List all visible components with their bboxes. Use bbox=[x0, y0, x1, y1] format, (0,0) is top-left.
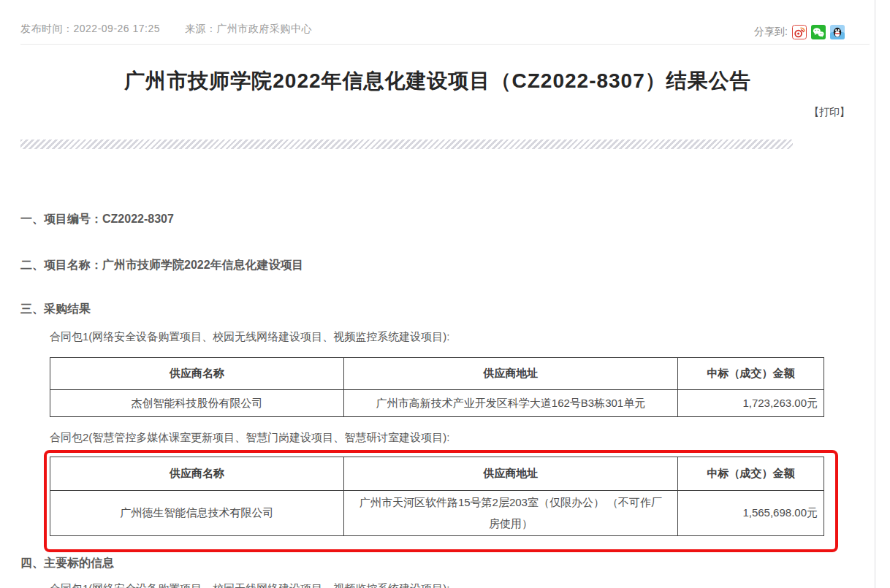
package1-label: 合同包1(网络安全设备购置项目、校园无线网络建设项目、视频监控系统建设项目): bbox=[50, 330, 450, 344]
section-project-number: 一、项目编号：CZ2022-8307 bbox=[20, 212, 174, 227]
table-row: 广州德生智能信息技术有限公司 广州市天河区软件路15号第2层203室（仅限办公）… bbox=[50, 491, 824, 536]
source-label: 来源： bbox=[185, 23, 217, 34]
package2-result-table: 供应商名称 供应商地址 中标（成交）金额 广州德生智能信息技术有限公司 广州市天… bbox=[50, 457, 824, 536]
weibo-share-icon[interactable] bbox=[792, 25, 807, 39]
supplier-name-cell: 广州德生智能信息技术有限公司 bbox=[50, 491, 344, 536]
print-button[interactable]: 【打印】 bbox=[809, 106, 850, 119]
col-header-award-amount: 中标（成交）金额 bbox=[678, 358, 824, 390]
announcement-page: 发布时间：2022-09-26 17:25来源：广州市政府采购中心 分享到: bbox=[0, 0, 890, 588]
table-row: 杰创智能科技股份有限公司 广州市高新技术产业开发区科学大道162号B3栋301单… bbox=[50, 390, 824, 417]
clipped-package1-label: 合同包1(网络安全设备购置项目、校园无线网络建设项目、视频监控系统建设项目): bbox=[50, 582, 450, 588]
col-header-supplier-name: 供应商名称 bbox=[50, 457, 344, 491]
table-header-row: 供应商名称 供应商地址 中标（成交）金额 bbox=[50, 358, 824, 390]
supplier-address-cell: 广州市高新技术产业开发区科学大道162号B3栋301单元 bbox=[344, 390, 678, 417]
supplier-name-cell: 杰创智能科技股份有限公司 bbox=[50, 390, 344, 417]
hatched-divider bbox=[20, 140, 793, 149]
source-value: 广州市政府采购中心 bbox=[217, 23, 313, 34]
award-amount-cell: 1,723,263.00元 bbox=[678, 390, 824, 417]
publish-time-label: 发布时间： bbox=[20, 23, 74, 34]
qq-share-icon[interactable] bbox=[830, 25, 845, 39]
package2-label: 合同包2(智慧管控多媒体课室更新项目、智慧门岗建设项目、智慧研讨室建设项目): bbox=[50, 431, 450, 445]
supplier-address-cell: 广州市天河区软件路15号第2层203室（仅限办公） （不可作厂房使用） bbox=[344, 491, 678, 536]
table-header-row: 供应商名称 供应商地址 中标（成交）金额 bbox=[50, 457, 824, 491]
meta-bar: 发布时间：2022-09-26 17:25来源：广州市政府采购中心 bbox=[20, 23, 312, 36]
section-main-subject-info: 四、主要标的信息 bbox=[20, 556, 114, 571]
wechat-share-icon[interactable] bbox=[811, 25, 826, 39]
award-amount-cell: 1,565,698.00元 bbox=[678, 491, 824, 536]
meta-divider bbox=[20, 44, 870, 45]
section-procurement-result: 三、采购结果 bbox=[20, 302, 91, 317]
share-bar: 分享到: bbox=[754, 25, 845, 39]
col-header-supplier-address: 供应商地址 bbox=[344, 457, 678, 491]
col-header-supplier-address: 供应商地址 bbox=[344, 358, 678, 390]
share-label: 分享到: bbox=[754, 26, 788, 39]
page-title: 广州市技师学院2022年信息化建设项目（CZ2022-8307）结果公告 bbox=[0, 67, 875, 95]
package1-result-table: 供应商名称 供应商地址 中标（成交）金额 杰创智能科技股份有限公司 广州市高新技… bbox=[50, 357, 824, 417]
publish-time-value: 2022-09-26 17:25 bbox=[74, 23, 161, 34]
col-header-award-amount: 中标（成交）金额 bbox=[678, 457, 824, 491]
col-header-supplier-name: 供应商名称 bbox=[50, 358, 344, 390]
section-project-name: 二、项目名称：广州市技师学院2022年信息化建设项目 bbox=[20, 258, 304, 273]
